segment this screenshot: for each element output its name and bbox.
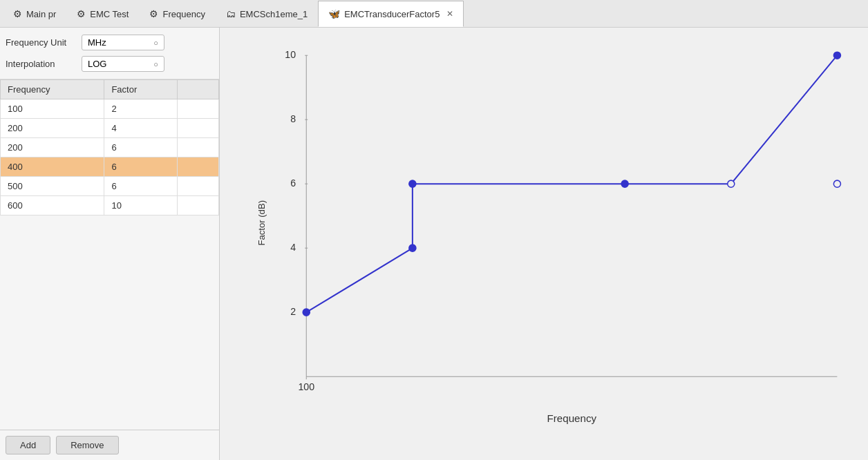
tab-emc-scheme[interactable]: 🗂 EMCSch1eme_1: [216, 1, 318, 27]
chart-point-4: [621, 180, 628, 187]
frequency-unit-row: Frequency Unit MHz ○: [6, 35, 214, 50]
col-header-actions: [178, 80, 219, 99]
svg-text:8: 8: [290, 113, 296, 124]
cell-frequency-0: 100: [1, 99, 104, 119]
interpolation-arrow-icon: ○: [153, 60, 158, 68]
tab-label-emc-scheme: EMCSch1eme_1: [240, 9, 308, 19]
tab-main-pr[interactable]: ⚙ Main pr: [3, 1, 66, 27]
cell-action-3: [178, 157, 219, 177]
chart-point-2: [409, 245, 416, 251]
interpolation-value: LOG: [88, 59, 106, 69]
interpolation-label: Interpolation: [6, 59, 75, 69]
remove-button[interactable]: Remove: [56, 436, 118, 454]
tab-icon-emc-scheme: 🗂: [226, 8, 236, 19]
controls-section: Frequency Unit MHz ○ Interpolation LOG ○: [0, 28, 219, 79]
svg-text:6: 6: [290, 178, 296, 189]
cell-action-0: [178, 99, 219, 119]
frequency-unit-label: Frequency Unit: [6, 37, 75, 48]
cell-factor-3: 6: [104, 157, 178, 177]
frequency-unit-select[interactable]: MHz ○: [82, 35, 164, 50]
svg-text:100: 100: [298, 381, 314, 392]
interpolation-select[interactable]: LOG ○: [82, 56, 164, 72]
table-row[interactable]: 2004: [1, 119, 219, 138]
table-row[interactable]: 5006: [1, 177, 219, 196]
frequency-unit-value: MHz: [88, 37, 106, 48]
cell-factor-2: 6: [104, 138, 178, 157]
chart-container: 2 4 6 8 10 100 Factor (dB): [247, 41, 854, 432]
cell-factor-0: 2: [104, 99, 178, 119]
tab-frequency[interactable]: ⚙ Frequency: [139, 1, 215, 27]
tab-label-main-pr: Main pr: [26, 9, 56, 19]
chart-point-6: [833, 180, 840, 187]
button-bar: Add Remove: [0, 430, 219, 460]
tab-icon-main-pr: ⚙: [13, 8, 22, 19]
col-header-factor: Factor: [104, 80, 178, 99]
tab-emc-transducer[interactable]: 🦋 EMCTransducerFactor5 ✕: [318, 1, 464, 27]
table-row[interactable]: 4006: [1, 157, 219, 177]
interpolation-row: Interpolation LOG ○: [6, 56, 214, 72]
cell-factor-5: 10: [104, 196, 178, 215]
table-header-row: Frequency Factor: [1, 80, 219, 99]
main-content: Frequency Unit MHz ○ Interpolation LOG ○: [0, 28, 868, 460]
table-row[interactable]: 1002: [1, 99, 219, 119]
cell-frequency-3: 400: [1, 157, 104, 177]
table-row[interactable]: 2006: [1, 138, 219, 157]
cell-factor-1: 4: [104, 119, 178, 138]
tab-label-emc-test: EMC Test: [90, 9, 129, 19]
frequency-unit-arrow-icon: ○: [153, 39, 158, 47]
cell-action-1: [178, 119, 219, 138]
cell-action-4: [178, 177, 219, 196]
cell-action-2: [178, 138, 219, 157]
svg-text:4: 4: [290, 242, 296, 253]
chart-point-1: [303, 309, 310, 316]
tab-close-emc-transducer[interactable]: ✕: [446, 9, 453, 19]
tab-icon-emc-transducer: 🦋: [328, 8, 340, 19]
tab-label-emc-transducer: EMCTransducerFactor5: [344, 9, 440, 19]
cell-frequency-2: 200: [1, 138, 104, 157]
tab-icon-emc-test: ⚙: [77, 8, 86, 19]
col-header-frequency: Frequency: [1, 80, 104, 99]
chart-point-3: [409, 180, 416, 187]
cell-frequency-4: 500: [1, 177, 104, 196]
tab-icon-frequency: ⚙: [149, 8, 158, 19]
svg-text:2: 2: [290, 306, 296, 317]
add-button[interactable]: Add: [6, 436, 50, 454]
cell-factor-4: 6: [104, 177, 178, 196]
svg-text:10: 10: [285, 49, 296, 60]
chart-point-7: [833, 52, 840, 59]
table-row[interactable]: 60010: [1, 196, 219, 215]
data-table: Frequency Factor 10022004200640065006600…: [0, 79, 219, 430]
cell-frequency-5: 600: [1, 196, 104, 215]
svg-text:Factor (dB): Factor (dB): [256, 200, 267, 246]
left-panel: Frequency Unit MHz ○ Interpolation LOG ○: [0, 28, 220, 460]
tab-bar: ⚙ Main pr ⚙ EMC Test ⚙ Frequency 🗂 EMCSc…: [0, 0, 868, 28]
svg-text:Frequency: Frequency: [547, 412, 597, 424]
chart-point-5: [728, 180, 735, 187]
chart-panel: 2 4 6 8 10 100 Factor (dB): [220, 28, 868, 460]
cell-action-5: [178, 196, 219, 215]
cell-frequency-1: 200: [1, 119, 104, 138]
tab-label-frequency: Frequency: [162, 9, 205, 19]
tab-emc-test[interactable]: ⚙ EMC Test: [66, 1, 139, 27]
chart-svg: 2 4 6 8 10 100 Factor (dB): [247, 41, 854, 432]
